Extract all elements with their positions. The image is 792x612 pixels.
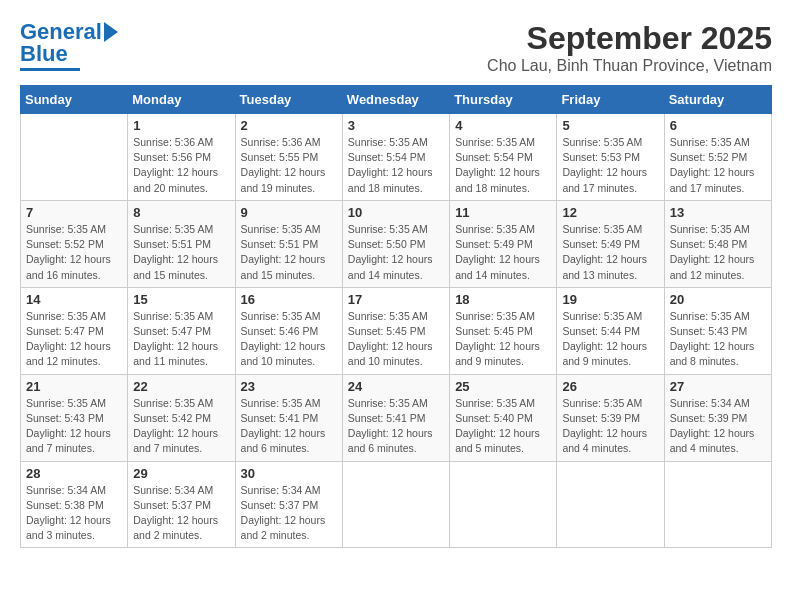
calendar-cell: 26Sunrise: 5:35 AM Sunset: 5:39 PM Dayli…	[557, 374, 664, 461]
day-info: Sunrise: 5:35 AM Sunset: 5:51 PM Dayligh…	[133, 222, 229, 283]
day-number: 14	[26, 292, 122, 307]
day-info: Sunrise: 5:35 AM Sunset: 5:46 PM Dayligh…	[241, 309, 337, 370]
calendar-cell: 22Sunrise: 5:35 AM Sunset: 5:42 PM Dayli…	[128, 374, 235, 461]
page-title: September 2025	[487, 20, 772, 57]
day-number: 27	[670, 379, 766, 394]
calendar-week-row: 14Sunrise: 5:35 AM Sunset: 5:47 PM Dayli…	[21, 287, 772, 374]
calendar-cell: 15Sunrise: 5:35 AM Sunset: 5:47 PM Dayli…	[128, 287, 235, 374]
day-number: 22	[133, 379, 229, 394]
day-info: Sunrise: 5:35 AM Sunset: 5:41 PM Dayligh…	[348, 396, 444, 457]
day-info: Sunrise: 5:34 AM Sunset: 5:38 PM Dayligh…	[26, 483, 122, 544]
calendar-cell: 13Sunrise: 5:35 AM Sunset: 5:48 PM Dayli…	[664, 200, 771, 287]
calendar-cell: 23Sunrise: 5:35 AM Sunset: 5:41 PM Dayli…	[235, 374, 342, 461]
calendar-cell: 11Sunrise: 5:35 AM Sunset: 5:49 PM Dayli…	[450, 200, 557, 287]
day-info: Sunrise: 5:35 AM Sunset: 5:47 PM Dayligh…	[133, 309, 229, 370]
day-info: Sunrise: 5:35 AM Sunset: 5:54 PM Dayligh…	[455, 135, 551, 196]
calendar-cell	[450, 461, 557, 548]
calendar-cell: 28Sunrise: 5:34 AM Sunset: 5:38 PM Dayli…	[21, 461, 128, 548]
calendar-cell: 8Sunrise: 5:35 AM Sunset: 5:51 PM Daylig…	[128, 200, 235, 287]
calendar-cell	[21, 114, 128, 201]
day-info: Sunrise: 5:35 AM Sunset: 5:52 PM Dayligh…	[670, 135, 766, 196]
calendar-cell: 21Sunrise: 5:35 AM Sunset: 5:43 PM Dayli…	[21, 374, 128, 461]
calendar-cell: 17Sunrise: 5:35 AM Sunset: 5:45 PM Dayli…	[342, 287, 449, 374]
day-number: 15	[133, 292, 229, 307]
day-info: Sunrise: 5:35 AM Sunset: 5:49 PM Dayligh…	[455, 222, 551, 283]
day-info: Sunrise: 5:35 AM Sunset: 5:41 PM Dayligh…	[241, 396, 337, 457]
calendar-week-row: 21Sunrise: 5:35 AM Sunset: 5:43 PM Dayli…	[21, 374, 772, 461]
day-number: 25	[455, 379, 551, 394]
page-header: General Blue September 2025 Cho Lau, Bin…	[20, 20, 772, 75]
day-info: Sunrise: 5:35 AM Sunset: 5:45 PM Dayligh…	[348, 309, 444, 370]
calendar-cell: 14Sunrise: 5:35 AM Sunset: 5:47 PM Dayli…	[21, 287, 128, 374]
calendar-week-row: 1Sunrise: 5:36 AM Sunset: 5:56 PM Daylig…	[21, 114, 772, 201]
day-number: 19	[562, 292, 658, 307]
day-number: 20	[670, 292, 766, 307]
calendar-cell: 29Sunrise: 5:34 AM Sunset: 5:37 PM Dayli…	[128, 461, 235, 548]
logo-line	[20, 68, 80, 71]
day-number: 13	[670, 205, 766, 220]
day-number: 4	[455, 118, 551, 133]
day-info: Sunrise: 5:35 AM Sunset: 5:51 PM Dayligh…	[241, 222, 337, 283]
calendar-cell: 2Sunrise: 5:36 AM Sunset: 5:55 PM Daylig…	[235, 114, 342, 201]
day-info: Sunrise: 5:35 AM Sunset: 5:40 PM Dayligh…	[455, 396, 551, 457]
day-info: Sunrise: 5:35 AM Sunset: 5:44 PM Dayligh…	[562, 309, 658, 370]
page-subtitle: Cho Lau, Binh Thuan Province, Vietnam	[487, 57, 772, 75]
day-info: Sunrise: 5:35 AM Sunset: 5:53 PM Dayligh…	[562, 135, 658, 196]
day-number: 3	[348, 118, 444, 133]
calendar-cell: 7Sunrise: 5:35 AM Sunset: 5:52 PM Daylig…	[21, 200, 128, 287]
day-info: Sunrise: 5:35 AM Sunset: 5:42 PM Dayligh…	[133, 396, 229, 457]
day-number: 24	[348, 379, 444, 394]
calendar-cell: 16Sunrise: 5:35 AM Sunset: 5:46 PM Dayli…	[235, 287, 342, 374]
day-info: Sunrise: 5:35 AM Sunset: 5:39 PM Dayligh…	[562, 396, 658, 457]
calendar-cell	[557, 461, 664, 548]
calendar-cell	[342, 461, 449, 548]
day-number: 6	[670, 118, 766, 133]
day-number: 17	[348, 292, 444, 307]
day-info: Sunrise: 5:35 AM Sunset: 5:54 PM Dayligh…	[348, 135, 444, 196]
day-number: 9	[241, 205, 337, 220]
weekday-header: Sunday	[21, 86, 128, 114]
calendar-cell: 24Sunrise: 5:35 AM Sunset: 5:41 PM Dayli…	[342, 374, 449, 461]
calendar-cell: 27Sunrise: 5:34 AM Sunset: 5:39 PM Dayli…	[664, 374, 771, 461]
calendar-week-row: 7Sunrise: 5:35 AM Sunset: 5:52 PM Daylig…	[21, 200, 772, 287]
day-number: 8	[133, 205, 229, 220]
day-number: 21	[26, 379, 122, 394]
day-number: 10	[348, 205, 444, 220]
calendar-cell: 18Sunrise: 5:35 AM Sunset: 5:45 PM Dayli…	[450, 287, 557, 374]
calendar-cell: 9Sunrise: 5:35 AM Sunset: 5:51 PM Daylig…	[235, 200, 342, 287]
day-number: 23	[241, 379, 337, 394]
weekday-header: Saturday	[664, 86, 771, 114]
calendar-cell: 25Sunrise: 5:35 AM Sunset: 5:40 PM Dayli…	[450, 374, 557, 461]
calendar-cell: 1Sunrise: 5:36 AM Sunset: 5:56 PM Daylig…	[128, 114, 235, 201]
day-info: Sunrise: 5:35 AM Sunset: 5:47 PM Dayligh…	[26, 309, 122, 370]
day-number: 7	[26, 205, 122, 220]
logo-arrow-icon	[104, 22, 118, 42]
day-number: 28	[26, 466, 122, 481]
day-info: Sunrise: 5:34 AM Sunset: 5:37 PM Dayligh…	[241, 483, 337, 544]
calendar-cell: 6Sunrise: 5:35 AM Sunset: 5:52 PM Daylig…	[664, 114, 771, 201]
day-number: 12	[562, 205, 658, 220]
calendar-cell: 5Sunrise: 5:35 AM Sunset: 5:53 PM Daylig…	[557, 114, 664, 201]
logo-blue-text: Blue	[20, 42, 68, 66]
day-info: Sunrise: 5:35 AM Sunset: 5:48 PM Dayligh…	[670, 222, 766, 283]
day-info: Sunrise: 5:35 AM Sunset: 5:43 PM Dayligh…	[670, 309, 766, 370]
calendar-cell: 3Sunrise: 5:35 AM Sunset: 5:54 PM Daylig…	[342, 114, 449, 201]
day-number: 16	[241, 292, 337, 307]
calendar-cell: 10Sunrise: 5:35 AM Sunset: 5:50 PM Dayli…	[342, 200, 449, 287]
day-number: 18	[455, 292, 551, 307]
calendar-header-row: SundayMondayTuesdayWednesdayThursdayFrid…	[21, 86, 772, 114]
calendar-cell: 30Sunrise: 5:34 AM Sunset: 5:37 PM Dayli…	[235, 461, 342, 548]
calendar-cell: 12Sunrise: 5:35 AM Sunset: 5:49 PM Dayli…	[557, 200, 664, 287]
weekday-header: Thursday	[450, 86, 557, 114]
day-info: Sunrise: 5:35 AM Sunset: 5:49 PM Dayligh…	[562, 222, 658, 283]
day-number: 1	[133, 118, 229, 133]
day-number: 30	[241, 466, 337, 481]
weekday-header: Wednesday	[342, 86, 449, 114]
logo: General Blue	[20, 20, 118, 71]
day-info: Sunrise: 5:36 AM Sunset: 5:55 PM Dayligh…	[241, 135, 337, 196]
day-info: Sunrise: 5:34 AM Sunset: 5:39 PM Dayligh…	[670, 396, 766, 457]
day-number: 5	[562, 118, 658, 133]
day-info: Sunrise: 5:35 AM Sunset: 5:45 PM Dayligh…	[455, 309, 551, 370]
weekday-header: Friday	[557, 86, 664, 114]
calendar-week-row: 28Sunrise: 5:34 AM Sunset: 5:38 PM Dayli…	[21, 461, 772, 548]
